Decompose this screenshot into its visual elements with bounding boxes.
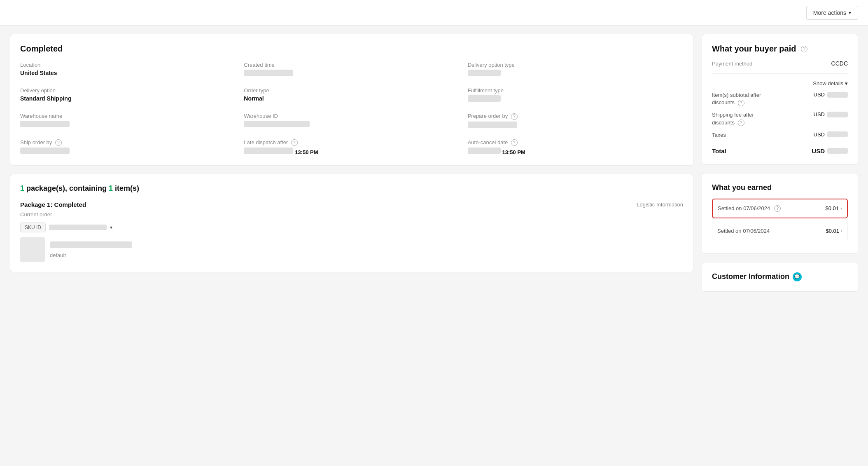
order-details-card: Completed Location United States Created…: [10, 34, 693, 166]
show-details-row: Show details ▾: [712, 80, 848, 87]
customer-info-title: Customer Information 💬: [712, 272, 848, 281]
total-amount: [827, 148, 848, 154]
payment-method-row: Payment method CCDC: [712, 60, 848, 74]
warehouse-id-label: Warehouse ID: [244, 113, 459, 119]
settled-date-2: Settled on 07/06/2024: [717, 228, 770, 234]
shipping-fee-amount: [827, 112, 848, 117]
taxes-value: USD: [814, 131, 848, 138]
settled-amount-1: $0.01 ›: [825, 205, 842, 211]
settled-amount-2: $0.01 ›: [826, 228, 842, 234]
sku-badge: SKU ID: [20, 222, 46, 232]
ship-order-help-icon[interactable]: ?: [55, 139, 62, 146]
show-details-chevron-icon: ▾: [845, 80, 848, 87]
shipping-fee-row: Shipping fee after discounts ? USD: [712, 111, 848, 126]
warehouse-id-value: [244, 121, 310, 127]
total-row: Total USD: [712, 144, 848, 155]
warehouse-name-value: [20, 121, 70, 127]
show-details-button[interactable]: Show details ▾: [813, 80, 848, 87]
late-dispatch-help-icon[interactable]: ?: [291, 139, 298, 146]
right-column: What your buyer paid ? Payment method CC…: [702, 34, 858, 292]
top-bar: More actions ▾: [0, 0, 868, 26]
delivery-option-type-label: Delivery option type: [468, 62, 683, 68]
delivery-option-value: Standard Shipping: [20, 95, 236, 102]
more-actions-button[interactable]: More actions ▾: [806, 6, 858, 20]
delivery-option-type-field: Delivery option type: [468, 62, 683, 77]
delivery-option-type-value: [468, 70, 501, 76]
late-dispatch-time: 13:50 PM: [295, 149, 318, 155]
order-type-label: Order type: [244, 87, 459, 94]
sku-value: [49, 225, 107, 230]
main-layout: Completed Location United States Created…: [0, 26, 868, 300]
package-header: 1 package(s), containing 1 item(s): [20, 184, 683, 193]
location-value: United States: [20, 70, 236, 76]
order-status-title: Completed: [20, 44, 683, 54]
product-variant: default: [50, 252, 66, 258]
item-count: 1: [109, 184, 113, 192]
buyer-paid-help-icon[interactable]: ?: [801, 46, 807, 52]
created-time-value: [244, 70, 293, 76]
ship-order-field: Ship order by ?: [20, 139, 236, 156]
order-type-field: Order type Normal: [244, 87, 459, 103]
chat-icon[interactable]: 💬: [793, 272, 802, 281]
prepare-order-field: Prepare order by ?: [468, 113, 683, 129]
settled-row-2[interactable]: Settled on 07/06/2024 $0.01 ›: [712, 222, 848, 240]
late-dispatch-value: [244, 148, 293, 154]
auto-cancel-help-icon[interactable]: ?: [511, 139, 518, 146]
settled-row-1[interactable]: Settled on 07/06/2024 ? $0.01 ›: [712, 199, 848, 218]
prepare-order-label: Prepare order by ?: [468, 113, 683, 120]
subtotal-help-icon[interactable]: ?: [738, 100, 744, 106]
warehouse-id-field: Warehouse ID: [244, 113, 459, 129]
settled-1-help-icon[interactable]: ?: [774, 205, 781, 212]
auto-cancel-field: Auto-cancel date ? 13:50 PM: [468, 139, 683, 156]
ship-order-label: Ship order by ?: [20, 139, 236, 146]
package-title-row: Package 1: Completed Logistic Informatio…: [20, 201, 683, 208]
delivery-option-field: Delivery option Standard Shipping: [20, 87, 236, 103]
auto-cancel-value: [468, 148, 501, 154]
more-actions-label: More actions: [813, 9, 846, 16]
product-row: default: [20, 237, 683, 262]
sku-dropdown-icon[interactable]: ▾: [110, 225, 112, 230]
order-fields-grid: Location United States Created time Deli…: [20, 62, 683, 155]
items-subtotal-value: USD: [814, 91, 848, 98]
payment-method-value: CCDC: [831, 60, 848, 67]
items-subtotal-row: Item(s) subtotal after discounts ? USD: [712, 91, 848, 106]
payment-method-label: Payment method: [712, 61, 752, 67]
logistic-information-link[interactable]: Logistic Information: [637, 201, 683, 208]
settled-2-chevron-icon: ›: [841, 228, 842, 234]
auto-cancel-label: Auto-cancel date ?: [468, 139, 683, 146]
shipping-fee-help-icon[interactable]: ?: [738, 119, 744, 126]
warehouse-name-label: Warehouse name: [20, 113, 236, 119]
auto-cancel-time: 13:50 PM: [502, 149, 525, 155]
late-dispatch-label: Late dispatch after ?: [244, 139, 459, 146]
ship-order-value: [20, 148, 70, 154]
settled-1-chevron-icon: ›: [840, 206, 842, 211]
package-count: 1: [20, 184, 24, 192]
shipping-fee-value: USD: [814, 111, 848, 117]
product-image: [20, 237, 45, 262]
warehouse-name-field: Warehouse name: [20, 113, 236, 129]
package-title: Package 1: Completed: [20, 201, 86, 208]
current-order-label: Current order: [20, 211, 683, 218]
total-value: USD: [812, 148, 848, 155]
earned-card: What you earned Settled on 07/06/2024 ? …: [702, 173, 858, 254]
location-field: Location United States: [20, 62, 236, 77]
order-type-value: Normal: [244, 95, 459, 102]
package-card: 1 package(s), containing 1 item(s) Packa…: [10, 174, 693, 272]
left-column: Completed Location United States Created…: [10, 34, 693, 292]
earned-title: What you earned: [712, 183, 848, 192]
buyer-paid-title: What your buyer paid: [712, 44, 796, 54]
product-name: [50, 241, 132, 248]
settled-date-1: Settled on 07/06/2024 ?: [718, 205, 781, 212]
late-dispatch-field: Late dispatch after ? 13:50 PM: [244, 139, 459, 156]
prepare-order-value: [468, 122, 517, 128]
created-time-field: Created time: [244, 62, 459, 77]
taxes-amount: [827, 131, 848, 137]
chevron-down-icon: ▾: [849, 10, 851, 16]
location-label: Location: [20, 62, 236, 68]
fulfillment-type-field: Fulfillment type: [468, 87, 683, 103]
fulfillment-type-label: Fulfillment type: [468, 87, 683, 94]
customer-info-card: Customer Information 💬: [702, 262, 858, 292]
created-time-label: Created time: [244, 62, 459, 68]
prepare-order-help-icon[interactable]: ?: [511, 113, 518, 120]
items-subtotal-amount: [827, 92, 848, 98]
